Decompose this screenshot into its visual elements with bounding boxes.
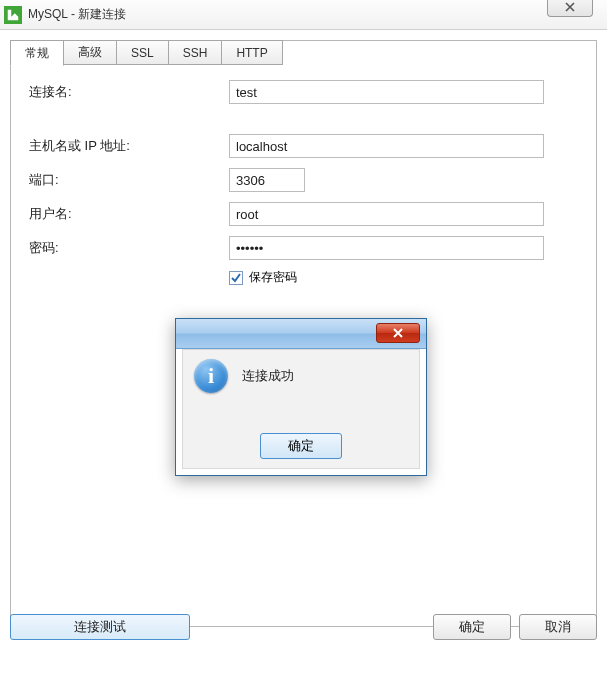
window-title: MySQL - 新建连接: [28, 6, 126, 23]
row-connection-name: 连接名:: [29, 79, 578, 105]
modal-body: i 连接成功: [194, 359, 414, 393]
info-icon: i: [194, 359, 228, 393]
ok-button[interactable]: 确定: [433, 614, 511, 640]
username-input[interactable]: [229, 202, 544, 226]
hostname-label: 主机名或 IP 地址:: [29, 137, 229, 155]
row-hostname: 主机名或 IP 地址:: [29, 133, 578, 159]
port-label: 端口:: [29, 171, 229, 189]
save-password-checkbox[interactable]: [229, 271, 243, 285]
test-connection-label: 连接测试: [74, 618, 126, 636]
tab-general[interactable]: 常规: [10, 40, 64, 66]
app-icon: [4, 6, 22, 24]
bottom-bar: 连接测试 确定 取消: [10, 610, 597, 644]
row-password: 密码:: [29, 235, 578, 261]
modal-titlebar[interactable]: [176, 319, 426, 349]
port-input[interactable]: [229, 168, 305, 192]
tab-ssl-label: SSL: [131, 46, 154, 60]
tab-ssh[interactable]: SSH: [168, 40, 223, 65]
row-port: 端口:: [29, 167, 578, 193]
password-label: 密码:: [29, 239, 229, 257]
save-password-label: 保存密码: [249, 269, 297, 286]
tab-ssh-label: SSH: [183, 46, 208, 60]
modal-message: 连接成功: [242, 367, 294, 385]
row-username: 用户名:: [29, 201, 578, 227]
modal-dialog: i 连接成功 确定: [175, 318, 427, 476]
ok-button-label: 确定: [459, 618, 485, 636]
tab-http[interactable]: HTTP: [221, 40, 282, 65]
window-titlebar: MySQL - 新建连接: [0, 0, 607, 30]
tab-advanced[interactable]: 高级: [63, 40, 117, 65]
modal-close-button[interactable]: [376, 323, 420, 343]
hostname-input[interactable]: [229, 134, 544, 158]
cancel-button-label: 取消: [545, 618, 571, 636]
connection-name-label: 连接名:: [29, 83, 229, 101]
modal-ok-label: 确定: [288, 437, 314, 455]
password-input[interactable]: [229, 236, 544, 260]
tab-ssl[interactable]: SSL: [116, 40, 169, 65]
cancel-button[interactable]: 取消: [519, 614, 597, 640]
test-connection-button[interactable]: 连接测试: [10, 614, 190, 640]
tab-advanced-label: 高级: [78, 44, 102, 61]
username-label: 用户名:: [29, 205, 229, 223]
form-body: 连接名: 主机名或 IP 地址: 端口: 用户名: 密码:: [11, 41, 596, 296]
modal-ok-button[interactable]: 确定: [260, 433, 342, 459]
tabs: 常规 高级 SSL SSH HTTP: [10, 40, 282, 65]
window-close-button[interactable]: [547, 0, 593, 17]
connection-name-input[interactable]: [229, 80, 544, 104]
tab-http-label: HTTP: [236, 46, 267, 60]
row-save-password: 保存密码: [229, 269, 578, 286]
tab-general-label: 常规: [25, 45, 49, 62]
